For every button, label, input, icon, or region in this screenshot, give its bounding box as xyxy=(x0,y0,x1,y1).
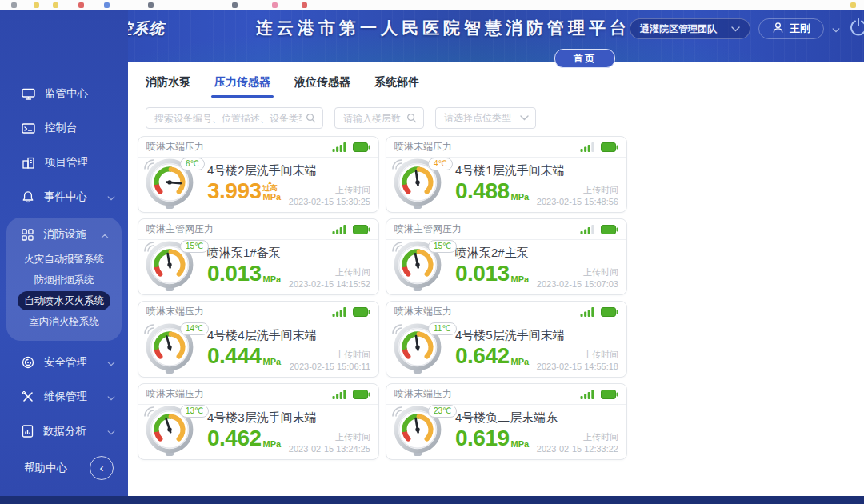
chevron-down-icon xyxy=(107,426,115,438)
upload-timestamp: 2023-02-15 13:24:25 xyxy=(289,443,370,455)
device-search-input[interactable] xyxy=(146,113,306,124)
upload-time: 上传时间2023-02-15 14:15:52 xyxy=(289,266,370,290)
sidebar-item-4[interactable]: 消防设施 xyxy=(6,221,122,248)
temperature-badge: 15℃ xyxy=(428,240,457,253)
device-location: 4号楼2层洗手间末端 xyxy=(207,163,317,178)
home-tab[interactable]: 首页 xyxy=(554,49,615,68)
pressure-value: 0.488MPa xyxy=(455,178,529,204)
sidebar-item-6[interactable]: 维保管理 xyxy=(0,383,128,410)
tab-2[interactable]: 液位传感器 xyxy=(294,75,350,98)
wifi-waves-icon xyxy=(143,323,157,335)
wifi-waves-icon xyxy=(391,158,405,170)
sidebar-item-help-center[interactable]: 帮助中心 xyxy=(24,461,67,475)
floor-input[interactable] xyxy=(335,113,406,124)
pressure-value: 0.013MPa xyxy=(207,261,281,286)
signal-icon xyxy=(332,306,346,317)
card-header: 喷淋末端压力 xyxy=(386,384,626,405)
tab-3[interactable]: 系统部件 xyxy=(374,75,419,98)
search-icon[interactable] xyxy=(406,113,417,123)
sidebar-item-label: 监管中心 xyxy=(45,86,88,101)
card-body: 11℃4号楼5层洗手间末端0.642MPa上传时间2023-02-15 14:5… xyxy=(386,322,626,378)
wifi-waves-icon xyxy=(143,241,157,253)
point-type-select[interactable]: 请选择点位类型 xyxy=(435,107,536,129)
favicon-dot xyxy=(53,2,58,8)
upload-timestamp: 2023-02-15 12:33:22 xyxy=(537,443,618,455)
signal-icon xyxy=(332,224,346,234)
sidebar-item-7[interactable]: 数据分析 xyxy=(0,418,128,445)
upload-timestamp: 2023-02-15 14:55:18 xyxy=(537,361,618,373)
favicon-dot xyxy=(148,2,154,8)
sidebar-item-2[interactable]: 项目管理 xyxy=(0,149,128,176)
upload-time-label: 上传时间 xyxy=(290,349,370,361)
sidebar-subitem[interactable]: 火灾自动报警系统 xyxy=(18,250,110,269)
sensor-card-0[interactable]: 喷淋末端压力6℃4号楼2层洗手间末端3.993▲过高MPa上传时间2023-02… xyxy=(138,136,379,213)
sensor-card-5[interactable]: 喷淋末端压力11℃4号楼5层洗手间末端0.642MPa上传时间2023-02-1… xyxy=(386,301,627,378)
favicon-dot xyxy=(850,2,856,8)
bell-icon xyxy=(22,190,34,203)
sensor-type-label: 喷淋末端压力 xyxy=(146,305,204,318)
card-header: 喷淋末端压力 xyxy=(386,302,626,322)
temperature-badge: 23℃ xyxy=(428,405,457,418)
chevron-down-icon[interactable] xyxy=(832,22,840,36)
bottom-bar xyxy=(0,496,864,504)
user-menu[interactable]: 王刚 xyxy=(758,18,824,39)
card-body: 6℃4号楼2层洗手间末端3.993▲过高MPa上传时间2023-02-15 15… xyxy=(138,158,378,213)
sidebar-item-label: 控制台 xyxy=(45,121,78,135)
upload-time: 上传时间2023-02-15 14:55:18 xyxy=(537,349,618,373)
card-body: 15℃喷淋泵1#备泵0.013MPa上传时间2023-02-15 14:15:5… xyxy=(138,240,378,295)
app-header: 消防物联网监控系统 连云港市第一人民医院智慧消防管理平台 通灌院区管理团队 王刚 xyxy=(0,10,864,62)
chevron-down-icon xyxy=(520,115,529,121)
sidebar-item-5[interactable]: 安全管理 xyxy=(0,349,128,376)
team-selector-label: 通灌院区管理团队 xyxy=(640,22,717,36)
team-selector[interactable]: 通灌院区管理团队 xyxy=(630,18,750,39)
user-name: 王刚 xyxy=(790,22,810,36)
point-type-placeholder: 请选择点位类型 xyxy=(436,111,520,125)
sensor-card-3[interactable]: 喷淋主管网压力15℃喷淋泵2#主泵0.013MPa上传时间2023-02-15 … xyxy=(386,218,627,295)
favicon-dot xyxy=(104,2,110,8)
temperature-badge: 13℃ xyxy=(180,405,209,418)
sidebar-item-1[interactable]: 控制台 xyxy=(0,114,128,142)
battery-icon xyxy=(601,225,618,234)
sensor-card-4[interactable]: 喷淋末端压力14℃4号楼4层洗手间末端0.444MPa上传时间2023-02-1… xyxy=(138,301,379,378)
wrench-icon xyxy=(22,390,34,403)
sensor-card-1[interactable]: 喷淋末端压力4℃4号楼1层洗手间末端0.488MPa上传时间2023-02-15… xyxy=(386,136,627,213)
upload-time-label: 上传时间 xyxy=(289,184,370,196)
upload-time: 上传时间2023-02-15 13:24:25 xyxy=(289,431,370,455)
sensor-card-2[interactable]: 喷淋主管网压力15℃喷淋泵1#备泵0.013MPa上传时间2023-02-15 … xyxy=(138,218,379,295)
sidebar-subitem-active[interactable]: 自动喷水灭火系统 xyxy=(18,291,110,310)
chevron-down-icon xyxy=(107,357,115,369)
sidebar-subitem[interactable]: 室内消火栓系统 xyxy=(18,312,110,331)
upload-time: 上传时间2023-02-15 15:48:56 xyxy=(537,184,618,208)
sensor-type-label: 喷淋主管网压力 xyxy=(394,222,462,236)
power-icon[interactable] xyxy=(848,17,864,41)
sidebar-subitem[interactable]: 防烟排烟系统 xyxy=(18,270,110,290)
gauge-wrap: 4℃ xyxy=(393,158,449,213)
pressure-value: 0.642MPa xyxy=(455,343,529,369)
signal-icon xyxy=(332,142,346,152)
battery-icon xyxy=(353,307,370,317)
tab-0[interactable]: 消防水泵 xyxy=(146,75,190,98)
chevron-down-icon xyxy=(731,23,740,34)
battery-icon xyxy=(601,390,618,399)
tab-1-active[interactable]: 压力传感器 xyxy=(214,75,270,98)
pressure-value: 0.013MPa xyxy=(455,261,529,286)
device-location: 喷淋泵2#主泵 xyxy=(455,246,529,261)
pressure-value: 0.462MPa xyxy=(207,426,281,451)
upload-time: 上传时间2023-02-15 12:33:22 xyxy=(537,431,618,455)
floor-search-box xyxy=(334,107,424,129)
signal-icon xyxy=(332,389,346,399)
gauge-wrap: 23℃ xyxy=(393,406,449,460)
pressure-unit: MPa xyxy=(263,357,282,366)
upload-timestamp: 2023-02-15 15:48:56 xyxy=(537,196,618,208)
upload-time-label: 上传时间 xyxy=(289,431,370,443)
sidebar-item-0[interactable]: 监管中心 xyxy=(0,80,128,107)
card-header: 喷淋主管网压力 xyxy=(138,219,378,240)
sidebar-item-3[interactable]: 事件中心 xyxy=(0,183,128,210)
sensor-card-6[interactable]: 喷淋末端压力13℃4号楼3层洗手间末端0.462MPa上传时间2023-02-1… xyxy=(138,383,379,460)
wifi-waves-icon xyxy=(391,406,405,418)
sidebar-item-label: 数据分析 xyxy=(43,424,86,438)
device-location: 喷淋泵1#备泵 xyxy=(207,246,281,261)
sidebar-collapse-button[interactable]: ‹ xyxy=(90,456,114,480)
search-icon[interactable] xyxy=(306,113,316,123)
sensor-card-7[interactable]: 喷淋末端压力23℃4号楼负二层末端东0.619MPa上传时间2023-02-15… xyxy=(386,383,627,460)
